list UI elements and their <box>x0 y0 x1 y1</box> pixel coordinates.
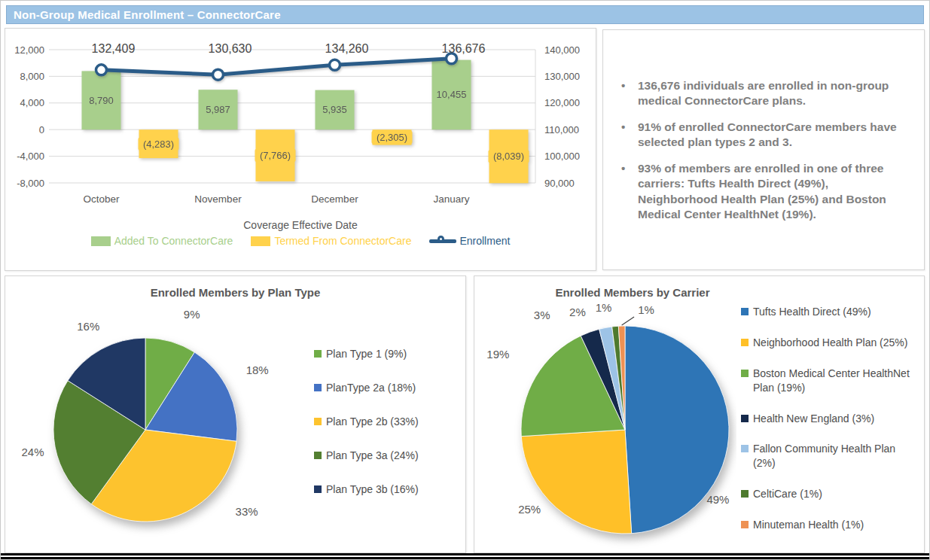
legend-label: Fallon Community Health Plan (2%) <box>753 442 913 470</box>
legend-swatch <box>314 350 322 358</box>
svg-text:140,000: 140,000 <box>544 44 580 56</box>
legend-label: Plan Type 3b (16%) <box>326 482 419 497</box>
legend-item: Enrollment <box>429 235 510 247</box>
pie-slices <box>53 338 237 522</box>
legend-item: Plan Type 3a (24%) <box>314 449 450 463</box>
legend-swatch <box>741 339 749 346</box>
svg-text:9%: 9% <box>184 308 200 321</box>
enrollment-marker-december <box>330 59 340 70</box>
legend-swatch <box>314 418 322 425</box>
insights-bullets: • 136,676 individuals are enrolled in no… <box>603 30 924 223</box>
legend-item: Plan Type 3b (16%) <box>314 482 450 497</box>
carrier-pie-chart: 49%25%19%3%2%1%1% <box>480 300 736 560</box>
legend-swatch <box>741 445 749 452</box>
carrier-chart-title: Enrolled Members by Carrier <box>474 286 791 299</box>
carrier-legend: Tufts Health Direct (49%) Neighborhood H… <box>741 300 913 560</box>
svg-text:3%: 3% <box>534 309 550 321</box>
svg-text:130,630: 130,630 <box>209 42 252 55</box>
legend-label: Plan Type 1 (9%) <box>326 347 407 361</box>
legend-item: Neighborhood Health Plan (25%) <box>741 336 913 350</box>
svg-text:-8,000: -8,000 <box>17 178 44 189</box>
svg-text:16%: 16% <box>77 320 99 333</box>
legend-label: CeltiCare (1%) <box>753 487 822 501</box>
svg-text:(2,305): (2,305) <box>377 132 407 143</box>
svg-text:33%: 33% <box>236 505 258 518</box>
svg-text:100,000: 100,000 <box>544 151 580 162</box>
bullet-text: 93% of members are enrolled in one of th… <box>638 161 909 223</box>
svg-text:120,000: 120,000 <box>544 97 580 108</box>
svg-text:(8,039): (8,039) <box>493 151 524 162</box>
legend-label: Termed From ConnectorCare <box>274 235 411 247</box>
svg-text:1%: 1% <box>638 303 654 316</box>
pie-slices <box>521 326 729 534</box>
legend-swatch <box>251 236 270 246</box>
bullet-dot: • <box>621 161 638 223</box>
svg-text:5,935: 5,935 <box>322 104 347 115</box>
legend-item: Boston Medical Center HealthNet Plan (19… <box>741 367 913 395</box>
legend-label: Boston Medical Center HealthNet Plan (19… <box>753 367 913 395</box>
svg-text:136,676: 136,676 <box>442 42 486 55</box>
svg-text:0: 0 <box>39 124 44 135</box>
bullet-dot: • <box>621 78 638 109</box>
combo-legend: Added To ConnectorCare Termed From Conne… <box>5 235 596 247</box>
legend-swatch <box>741 490 749 498</box>
svg-text:January: January <box>433 193 469 205</box>
svg-text:November: November <box>194 193 242 205</box>
legend-swatch <box>741 370 749 377</box>
page-title: Non-Group Medical Enrollment – Connector… <box>14 8 281 21</box>
dashboard-page: Non-Group Medical Enrollment – Connector… <box>0 0 930 560</box>
svg-text:18%: 18% <box>246 364 269 376</box>
legend-line-marker-icon <box>429 236 456 247</box>
legend-item: Minuteman Health (1%) <box>741 518 913 532</box>
legend-label: Health New England (3%) <box>753 412 874 426</box>
legend-swatch <box>741 308 749 315</box>
plan-type-pie-chart: 9%18%33%24%16% <box>10 300 281 550</box>
svg-text:October: October <box>83 193 120 205</box>
enrollment-line <box>96 53 457 80</box>
enrollment-chart-panel: 12,000140,0008,000130,0004,000120,000011… <box>5 28 596 271</box>
svg-text:25%: 25% <box>518 503 541 516</box>
svg-text:8,790: 8,790 <box>89 95 114 106</box>
svg-text:90,000: 90,000 <box>544 178 575 189</box>
insights-panel: • 136,676 individuals are enrolled in no… <box>602 29 925 270</box>
legend-label: Minuteman Health (1%) <box>753 518 864 532</box>
bullet-text: 136,676 individuals are enrolled in non-… <box>638 78 909 109</box>
legend-item: Plan Type 1 (9%) <box>314 347 450 361</box>
legend-swatch <box>91 236 111 246</box>
bullet-dot: • <box>621 120 638 151</box>
carrier-panel: Enrolled Members by Carrier 49%25%19%3%2… <box>474 275 925 553</box>
svg-text:134,260: 134,260 <box>325 42 369 55</box>
legend-label: Enrollment <box>459 235 510 247</box>
enrollment-marker-november <box>213 69 224 80</box>
legend-label: Neighborhood Health Plan (25%) <box>753 336 907 350</box>
legend-item: Fallon Community Health Plan (2%) <box>741 442 913 470</box>
svg-text:12,000: 12,000 <box>14 44 44 56</box>
plan-type-legend: Plan Type 1 (9%) PlanType 2a (18%) Plan … <box>314 300 450 550</box>
svg-text:19%: 19% <box>486 348 509 361</box>
footer-rule <box>1 553 930 560</box>
legend-swatch <box>314 384 322 391</box>
legend-swatch <box>741 415 749 422</box>
plan-type-chart-title: Enrolled Members by Plan Type <box>5 286 465 299</box>
svg-text:8,000: 8,000 <box>20 71 44 82</box>
svg-text:(7,766): (7,766) <box>260 150 291 161</box>
legend-item: Health New England (3%) <box>741 412 913 426</box>
x-axis-title: Coverage Effective Date <box>5 219 596 231</box>
svg-text:132,409: 132,409 <box>92 42 136 55</box>
legend-item: Plan Type 2b (33%) <box>314 415 450 429</box>
legend-label: Plan Type 3a (24%) <box>326 449 419 463</box>
svg-text:5,987: 5,987 <box>206 104 230 115</box>
legend-swatch <box>314 452 322 459</box>
legend-swatch <box>314 485 322 493</box>
bullet-item: • 136,676 individuals are enrolled in no… <box>621 78 909 109</box>
svg-text:4,000: 4,000 <box>20 97 44 108</box>
bullet-text: 91% of enrolled ConnectorCare members ha… <box>638 120 909 151</box>
svg-text:10,455: 10,455 <box>437 89 467 100</box>
legend-label: Plan Type 2b (33%) <box>326 415 419 429</box>
legend-item: CeltiCare (1%) <box>741 487 913 501</box>
bullet-item: • 93% of members are enrolled in one of … <box>621 161 909 223</box>
legend-item: Added To ConnectorCare <box>91 235 233 247</box>
enrollment-combo-chart: 12,000140,0008,000130,0004,000120,000011… <box>5 29 596 210</box>
svg-text:130,000: 130,000 <box>544 71 580 82</box>
svg-text:2%: 2% <box>569 306 586 318</box>
